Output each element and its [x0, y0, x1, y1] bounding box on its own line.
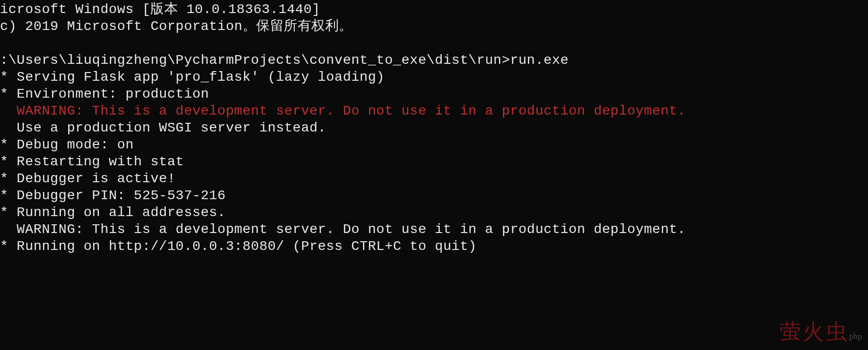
- terminal-line-0: icrosoft Windows [版本 10.0.18363.1440]: [0, 1, 868, 18]
- terminal-line-2: [0, 35, 868, 52]
- terminal-line-5: * Environment: production: [0, 86, 868, 102]
- terminal-line-4: * Serving Flask app 'pro_flask' (lazy lo…: [0, 69, 868, 86]
- terminal-output[interactable]: icrosoft Windows [版本 10.0.18363.1440]c) …: [0, 0, 868, 255]
- terminal-line-9: * Restarting with stat: [0, 153, 868, 170]
- terminal-line-12: * Running on all addresses.: [0, 204, 868, 221]
- terminal-line-13: WARNING: This is a development server. D…: [0, 221, 868, 238]
- watermark: 萤火虫php: [780, 318, 862, 346]
- terminal-line-7: Use a production WSGI server instead.: [0, 119, 868, 136]
- terminal-line-3: :\Users\liuqingzheng\PycharmProjects\con…: [0, 52, 868, 69]
- watermark-main: 萤火虫: [780, 320, 849, 344]
- terminal-line-8: * Debug mode: on: [0, 136, 868, 153]
- terminal-line-6: WARNING: This is a development server. D…: [0, 102, 868, 119]
- terminal-line-11: * Debugger PIN: 525-537-216: [0, 187, 868, 204]
- watermark-sub: php: [849, 332, 862, 340]
- terminal-line-14: * Running on http://10.0.0.3:8080/ (Pres…: [0, 238, 868, 255]
- terminal-line-10: * Debugger is active!: [0, 170, 868, 187]
- terminal-line-1: c) 2019 Microsoft Corporation。保留所有权利。: [0, 18, 868, 35]
